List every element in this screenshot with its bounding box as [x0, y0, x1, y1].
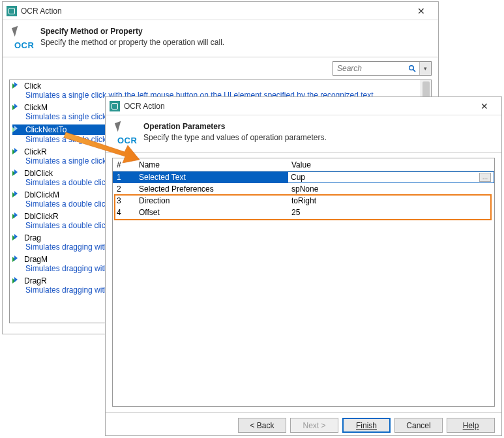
wizard-header: OCR Operation Parameters Specify the typ…	[106, 115, 501, 153]
close-icon[interactable]: ✕	[471, 99, 497, 113]
method-icon	[12, 104, 22, 111]
col-header-num[interactable]: #	[113, 159, 135, 171]
col-header-value[interactable]: Value	[288, 159, 494, 171]
method-name: Click	[24, 81, 41, 91]
svg-point-0	[409, 65, 413, 70]
search-row: ▾	[3, 57, 438, 80]
wizard-header: OCR Specify Method or Property Specify t…	[3, 20, 438, 57]
col-header-name[interactable]: Name	[135, 159, 288, 171]
cell-num: 2	[113, 183, 135, 195]
method-icon	[12, 148, 22, 156]
cell-name: Direction	[135, 195, 288, 207]
table-header: # Name Value	[113, 158, 494, 171]
app-icon	[110, 101, 120, 111]
ocr-logo-icon: OCR	[115, 122, 137, 144]
search-box[interactable]: ▾	[333, 61, 432, 76]
svg-line-1	[413, 69, 415, 71]
parameters-table: # Name Value 1Selected TextCup…2Selected…	[112, 158, 495, 407]
next-button: Next >	[290, 418, 338, 433]
cell-name: Selected Preferences	[135, 183, 288, 195]
cell-value-wrap[interactable]: Cup…	[288, 171, 494, 183]
close-icon[interactable]: ✕	[408, 4, 434, 18]
table-row[interactable]: 2Selected PreferencesspNone	[113, 183, 494, 195]
header-title: Operation Parameters	[143, 122, 327, 131]
table-row[interactable]: 3DirectiontoRight	[113, 195, 494, 207]
cell-name: Offset	[135, 207, 288, 218]
button-bar: < Back Next > Finish Cancel Help	[106, 412, 501, 438]
method-icon	[12, 82, 22, 90]
cancel-button[interactable]: Cancel	[394, 418, 443, 433]
cell-num: 4	[113, 207, 135, 218]
method-name: Drag	[24, 233, 41, 242]
method-name: ClickM	[24, 103, 48, 112]
search-input[interactable]	[333, 63, 405, 74]
window-title: OCR Action	[21, 7, 408, 16]
help-button[interactable]: Help	[447, 418, 495, 433]
cell-value-wrap[interactable]: spNone	[288, 183, 494, 195]
titlebar[interactable]: OCR Action ✕	[106, 97, 501, 115]
ocr-logo-icon: OCR	[12, 27, 34, 49]
method-name: ClickNextTo	[24, 124, 68, 135]
table-row[interactable]: 1Selected TextCup…	[113, 171, 494, 183]
cell-value[interactable]: Cup	[291, 173, 305, 182]
method-name: DragM	[24, 255, 48, 264]
method-icon	[12, 212, 22, 220]
cell-num: 3	[113, 195, 135, 207]
search-dropdown-icon[interactable]: ▾	[419, 62, 431, 75]
ellipsis-button[interactable]: …	[479, 173, 491, 182]
method-name: ClickR	[24, 147, 47, 156]
method-name: DragR	[24, 276, 47, 285]
back-button[interactable]: < Back	[238, 418, 286, 433]
method-icon	[12, 256, 22, 263]
method-icon	[12, 126, 22, 134]
parameters-window: OCR Action ✕ OCR Operation Parameters Sp…	[105, 96, 502, 436]
method-name: DblClickR	[24, 212, 59, 221]
titlebar[interactable]: OCR Action ✕	[3, 2, 438, 20]
table-row[interactable]: 4Offset25	[113, 207, 494, 218]
cell-num: 1	[113, 171, 135, 183]
cell-value-wrap[interactable]: toRight	[288, 195, 494, 207]
method-name: DblClickM	[24, 190, 59, 199]
header-title: Specify Method or Property	[40, 27, 224, 36]
method-icon	[12, 191, 22, 199]
window-title: OCR Action	[124, 102, 471, 111]
cell-value-wrap[interactable]: 25	[288, 207, 494, 218]
search-icon[interactable]	[405, 62, 419, 75]
finish-button[interactable]: Finish	[342, 418, 391, 433]
header-desc: Specify the type and values of operation…	[143, 133, 327, 142]
method-name: DblClick	[24, 169, 53, 178]
method-icon	[12, 169, 22, 177]
app-icon	[7, 6, 17, 16]
method-icon	[12, 277, 22, 285]
cell-name: Selected Text	[135, 171, 288, 183]
method-icon	[12, 234, 22, 242]
header-desc: Specify the method or property the opera…	[40, 38, 224, 47]
